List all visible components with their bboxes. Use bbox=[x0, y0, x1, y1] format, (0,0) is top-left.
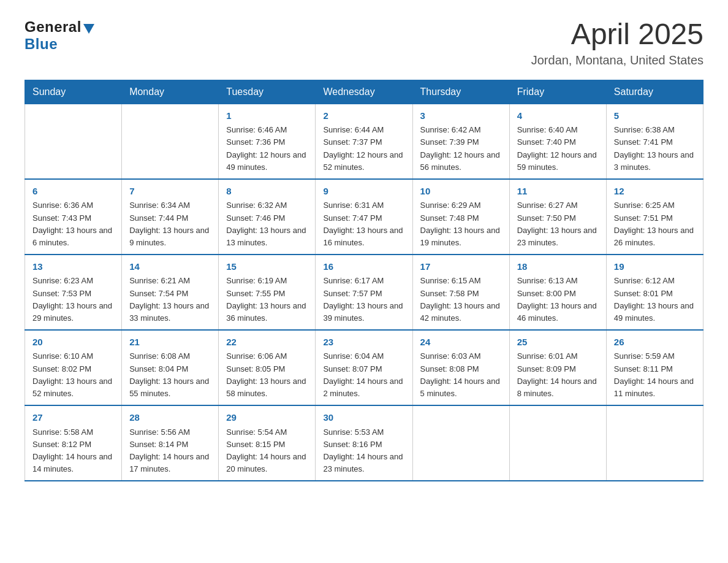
calendar-day-cell bbox=[25, 104, 122, 179]
day-number: 9 bbox=[323, 185, 404, 199]
page-title: April 2025 bbox=[531, 18, 703, 51]
day-info: Sunrise: 6:01 AMSunset: 8:09 PMDaylight:… bbox=[517, 350, 599, 400]
calendar-day-cell: 30Sunrise: 5:53 AMSunset: 8:16 PMDayligh… bbox=[316, 405, 412, 481]
calendar-week-row: 1Sunrise: 6:46 AMSunset: 7:36 PMDaylight… bbox=[25, 104, 703, 179]
day-info: Sunrise: 6:38 AMSunset: 7:41 PMDaylight:… bbox=[614, 124, 696, 174]
day-number: 11 bbox=[517, 185, 599, 199]
calendar-day-cell: 10Sunrise: 6:29 AMSunset: 7:48 PMDayligh… bbox=[412, 179, 509, 255]
header-friday: Friday bbox=[509, 80, 606, 104]
day-number: 25 bbox=[517, 335, 599, 350]
page-header: General Blue April 2025 Jordan, Montana,… bbox=[25, 18, 703, 67]
day-info: Sunrise: 6:12 AMSunset: 8:01 PMDaylight:… bbox=[614, 275, 696, 324]
calendar-week-row: 20Sunrise: 6:10 AMSunset: 8:02 PMDayligh… bbox=[25, 330, 703, 405]
calendar-header: Sunday Monday Tuesday Wednesday Thursday… bbox=[25, 80, 703, 104]
logo-triangle-icon bbox=[83, 24, 94, 34]
calendar-day-cell: 16Sunrise: 6:17 AMSunset: 7:57 PMDayligh… bbox=[316, 255, 412, 330]
day-info: Sunrise: 6:21 AMSunset: 7:54 PMDaylight:… bbox=[129, 275, 211, 324]
calendar-day-cell: 2Sunrise: 6:44 AMSunset: 7:37 PMDaylight… bbox=[316, 104, 412, 179]
calendar-day-cell: 11Sunrise: 6:27 AMSunset: 7:50 PMDayligh… bbox=[509, 179, 606, 255]
day-info: Sunrise: 6:17 AMSunset: 7:57 PMDaylight:… bbox=[323, 275, 404, 324]
day-number: 15 bbox=[226, 260, 308, 274]
calendar-body: 1Sunrise: 6:46 AMSunset: 7:36 PMDaylight… bbox=[25, 104, 703, 481]
day-info: Sunrise: 6:44 AMSunset: 7:37 PMDaylight:… bbox=[323, 124, 404, 174]
day-info: Sunrise: 5:59 AMSunset: 8:11 PMDaylight:… bbox=[614, 350, 696, 400]
day-info: Sunrise: 6:13 AMSunset: 8:00 PMDaylight:… bbox=[517, 275, 599, 324]
day-number: 6 bbox=[32, 185, 114, 199]
day-info: Sunrise: 6:42 AMSunset: 7:39 PMDaylight:… bbox=[420, 124, 502, 174]
header-thursday: Thursday bbox=[412, 80, 509, 104]
day-number: 27 bbox=[32, 411, 114, 425]
calendar-week-row: 27Sunrise: 5:58 AMSunset: 8:12 PMDayligh… bbox=[25, 405, 703, 481]
day-info: Sunrise: 5:58 AMSunset: 8:12 PMDaylight:… bbox=[32, 426, 114, 476]
day-info: Sunrise: 6:08 AMSunset: 8:04 PMDaylight:… bbox=[129, 350, 211, 400]
calendar-day-cell: 28Sunrise: 5:56 AMSunset: 8:14 PMDayligh… bbox=[122, 405, 219, 481]
day-number: 3 bbox=[420, 109, 502, 123]
day-number: 16 bbox=[323, 260, 404, 274]
header-sunday: Sunday bbox=[25, 80, 122, 104]
header-saturday: Saturday bbox=[606, 80, 703, 104]
day-number: 7 bbox=[129, 185, 211, 199]
day-number: 17 bbox=[420, 260, 502, 274]
day-info: Sunrise: 6:03 AMSunset: 8:08 PMDaylight:… bbox=[420, 350, 502, 400]
day-number: 18 bbox=[517, 260, 599, 274]
calendar-day-cell bbox=[122, 104, 219, 179]
weekday-header-row: Sunday Monday Tuesday Wednesday Thursday… bbox=[25, 80, 703, 104]
day-info: Sunrise: 6:25 AMSunset: 7:51 PMDaylight:… bbox=[614, 199, 696, 249]
day-info: Sunrise: 5:54 AMSunset: 8:15 PMDaylight:… bbox=[226, 426, 308, 476]
day-number: 19 bbox=[614, 260, 696, 274]
day-info: Sunrise: 6:40 AMSunset: 7:40 PMDaylight:… bbox=[517, 124, 599, 174]
calendar-day-cell bbox=[412, 405, 509, 481]
day-number: 30 bbox=[323, 411, 404, 425]
day-number: 8 bbox=[226, 185, 308, 199]
calendar-week-row: 13Sunrise: 6:23 AMSunset: 7:53 PMDayligh… bbox=[25, 255, 703, 330]
day-number: 5 bbox=[614, 109, 696, 123]
day-info: Sunrise: 5:56 AMSunset: 8:14 PMDaylight:… bbox=[129, 426, 211, 476]
calendar-day-cell: 25Sunrise: 6:01 AMSunset: 8:09 PMDayligh… bbox=[509, 330, 606, 405]
day-info: Sunrise: 6:34 AMSunset: 7:44 PMDaylight:… bbox=[129, 199, 211, 249]
day-number: 28 bbox=[129, 411, 211, 425]
logo-general-text: General bbox=[25, 18, 82, 36]
title-section: April 2025 Jordan, Montana, United State… bbox=[531, 18, 703, 67]
day-number: 21 bbox=[129, 335, 211, 350]
calendar-day-cell: 29Sunrise: 5:54 AMSunset: 8:15 PMDayligh… bbox=[219, 405, 316, 481]
day-info: Sunrise: 6:23 AMSunset: 7:53 PMDaylight:… bbox=[32, 275, 114, 324]
calendar-day-cell: 22Sunrise: 6:06 AMSunset: 8:05 PMDayligh… bbox=[219, 330, 316, 405]
day-info: Sunrise: 6:46 AMSunset: 7:36 PMDaylight:… bbox=[226, 124, 308, 174]
day-number: 24 bbox=[420, 335, 502, 350]
day-number: 26 bbox=[614, 335, 696, 350]
calendar-day-cell: 7Sunrise: 6:34 AMSunset: 7:44 PMDaylight… bbox=[122, 179, 219, 255]
logo-blue-text: Blue bbox=[25, 36, 58, 53]
day-info: Sunrise: 6:15 AMSunset: 7:58 PMDaylight:… bbox=[420, 275, 502, 324]
day-info: Sunrise: 6:29 AMSunset: 7:48 PMDaylight:… bbox=[420, 199, 502, 249]
calendar-day-cell: 20Sunrise: 6:10 AMSunset: 8:02 PMDayligh… bbox=[25, 330, 122, 405]
calendar-day-cell: 26Sunrise: 5:59 AMSunset: 8:11 PMDayligh… bbox=[606, 330, 703, 405]
day-number: 10 bbox=[420, 185, 502, 199]
day-number: 29 bbox=[226, 411, 308, 425]
calendar-day-cell: 4Sunrise: 6:40 AMSunset: 7:40 PMDaylight… bbox=[509, 104, 606, 179]
calendar-table: Sunday Monday Tuesday Wednesday Thursday… bbox=[25, 80, 703, 481]
day-number: 2 bbox=[323, 109, 404, 123]
day-info: Sunrise: 6:06 AMSunset: 8:05 PMDaylight:… bbox=[226, 350, 308, 400]
calendar-day-cell: 9Sunrise: 6:31 AMSunset: 7:47 PMDaylight… bbox=[316, 179, 412, 255]
day-number: 22 bbox=[226, 335, 308, 350]
day-number: 12 bbox=[614, 185, 696, 199]
calendar-day-cell: 27Sunrise: 5:58 AMSunset: 8:12 PMDayligh… bbox=[25, 405, 122, 481]
calendar-day-cell: 15Sunrise: 6:19 AMSunset: 7:55 PMDayligh… bbox=[219, 255, 316, 330]
page-subtitle: Jordan, Montana, United States bbox=[531, 53, 703, 67]
calendar-day-cell bbox=[606, 405, 703, 481]
day-info: Sunrise: 6:32 AMSunset: 7:46 PMDaylight:… bbox=[226, 199, 308, 249]
day-number: 20 bbox=[32, 335, 114, 350]
calendar-day-cell: 13Sunrise: 6:23 AMSunset: 7:53 PMDayligh… bbox=[25, 255, 122, 330]
day-info: Sunrise: 6:27 AMSunset: 7:50 PMDaylight:… bbox=[517, 199, 599, 249]
calendar-day-cell: 21Sunrise: 6:08 AMSunset: 8:04 PMDayligh… bbox=[122, 330, 219, 405]
calendar-day-cell: 8Sunrise: 6:32 AMSunset: 7:46 PMDaylight… bbox=[219, 179, 316, 255]
logo: General Blue bbox=[25, 18, 94, 53]
header-tuesday: Tuesday bbox=[219, 80, 316, 104]
day-number: 13 bbox=[32, 260, 114, 274]
day-info: Sunrise: 6:10 AMSunset: 8:02 PMDaylight:… bbox=[32, 350, 114, 400]
day-info: Sunrise: 6:31 AMSunset: 7:47 PMDaylight:… bbox=[323, 199, 404, 249]
day-info: Sunrise: 6:19 AMSunset: 7:55 PMDaylight:… bbox=[226, 275, 308, 324]
calendar-day-cell: 12Sunrise: 6:25 AMSunset: 7:51 PMDayligh… bbox=[606, 179, 703, 255]
calendar-week-row: 6Sunrise: 6:36 AMSunset: 7:43 PMDaylight… bbox=[25, 179, 703, 255]
calendar-day-cell bbox=[509, 405, 606, 481]
